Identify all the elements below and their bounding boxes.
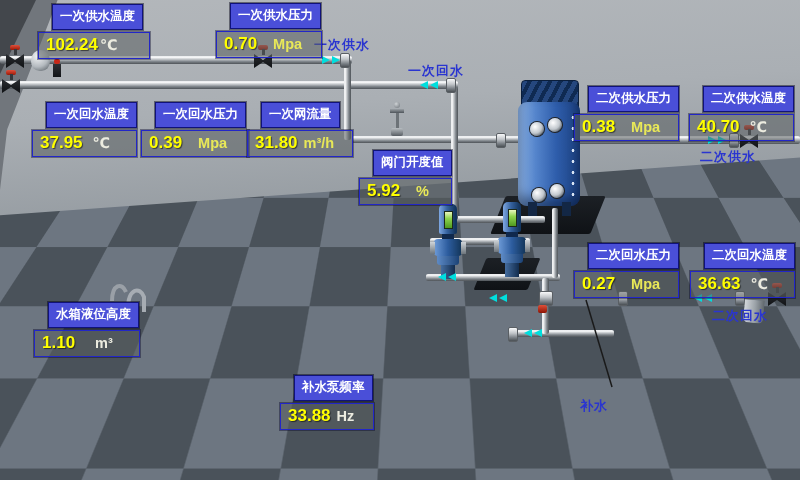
pump-body [498,237,526,254]
gauge-unit: Mpa [273,36,302,52]
plate-heat-exchanger[interactable] [518,80,582,220]
gauge-primary-supply-temp: 一次供水温度 102.24 ℃ [38,4,150,59]
gauge-value: 40.70 [697,117,740,137]
pipe-flange [508,327,518,342]
heat-exchanger-port [550,184,564,198]
gauge-value: 31.80 [255,133,298,153]
pipe-label-secondary-supply: 二次供水 [700,148,756,166]
manual-valve[interactable] [6,45,24,68]
gauge-value-box: 0.70 Mpa [216,31,322,58]
flow-arrow-icon [420,81,428,89]
pipe-riser [146,332,153,424]
pipe-riser [451,87,458,220]
gauge-value: 37.95 [40,133,83,153]
gauge-value-box: 0.27 Mpa [574,271,679,298]
gauge-primary-flow: 一次网流量 31.80 m³/h [247,102,353,157]
pump-indicator [508,209,517,227]
gauge-secondary-supply-pressure: 二次供水压力 0.38 Mpa [574,86,679,141]
gauge-label: 二次回水温度 [704,243,795,269]
valve-body [6,54,24,68]
valve-stem [10,74,13,80]
pump-cone [196,424,221,434]
pipe-primary-return [0,81,458,89]
flow-arrow-icon [430,81,438,89]
circulation-pump-1[interactable] [430,204,466,282]
gauge-value-box: 33.88 Hz [280,403,374,430]
makeup-pump-2[interactable] [188,365,228,452]
gauge-label: 一次供水温度 [52,4,143,30]
gauge-label: 补水泵频率 [294,375,373,401]
gauge-primary-return-temp: 一次回水温度 37.95 ℃ [32,102,137,157]
makeup-pump-1[interactable] [228,318,264,396]
gauge-value-box: 0.38 Mpa [574,114,679,141]
small-red-valve[interactable] [538,305,547,313]
pump-cone [501,254,523,263]
gauge-secondary-supply-temp: 二次供水温度 40.70 ℃ [689,86,794,141]
gauge-label: 一次回水压力 [155,102,246,128]
gauge-value: 5.92 [367,181,400,201]
pump-indicator [444,211,453,229]
gauge-label: 一次网流量 [261,102,340,128]
pump-cone [235,370,257,379]
gauge-primary-supply-pressure: 一次供水压力 0.70 Mpa [216,3,322,58]
gauge-unit: ℃ [100,37,118,53]
pump-flange [228,356,233,368]
gauge-unit: Mpa [198,135,227,151]
pump-cone [437,256,459,265]
heat-exchanger-leg [562,202,571,216]
pump-foot [239,379,253,393]
gauge-value-box: 40.70 ℃ [689,114,794,141]
pump-body [192,405,223,424]
gauge-value: 0.39 [149,133,182,153]
pump-foot [200,434,216,450]
gauge-makeup-pump-frequency: 补水泵频率 33.88 Hz [280,375,374,430]
pipe-label-makeup-water: 补水 [580,397,608,415]
gauge-unit: ℃ [93,135,111,151]
flow-arrow-icon [534,329,542,337]
control-valve-bonnet [391,128,403,136]
pipe-flange [446,78,456,93]
flow-arrow-icon [448,273,456,281]
gauge-unit: m³/h [304,135,335,151]
pipe-label-primary-supply: 一次供水 [314,36,370,54]
gauge-value-box: 37.95 ℃ [32,130,137,157]
gauge-unit: ℃ [751,276,769,292]
gauge-value: 36.63 [698,274,741,294]
gauge-unit: Mpa [631,119,660,135]
heat-exchanger-port [530,122,544,136]
flow-arrow-icon [524,329,532,337]
manual-valve[interactable] [2,70,20,93]
gauge-label: 二次供水压力 [588,86,679,112]
gauge-value-box: 36.63 ℃ [690,271,795,298]
gauge-label: 二次回水压力 [588,243,679,269]
pressure-tap-device [53,64,61,77]
gauge-value: 33.88 [288,406,331,426]
flow-arrow-icon [580,387,588,395]
heat-exchanger-port [548,118,562,132]
flow-arrow-icon [322,56,330,64]
pump-flange [494,240,499,252]
gauge-unit: ℃ [750,119,768,135]
gauge-value: 0.27 [582,274,615,294]
flow-arrow-icon [499,294,507,302]
pump-flange [461,242,466,254]
control-valve-top [394,102,400,108]
gauge-label: 水箱液位高度 [48,302,139,328]
pump-flange [188,408,194,421]
gauge-value: 102.24 [46,35,98,55]
gauge-label: 二次供水温度 [703,86,794,112]
gauge-value: 1.10 [42,333,75,353]
gauge-primary-return-pressure: 一次回水压力 0.39 Mpa [141,102,249,157]
gauge-unit: m³ [95,335,113,351]
control-valve[interactable] [389,102,405,136]
circulation-pump-2[interactable] [494,202,530,280]
pump-flange [430,242,435,254]
gauge-label: 阀门开度值 [373,150,452,176]
pump-body [434,239,462,256]
gauge-unit: % [416,183,429,199]
valve-stem [14,49,17,55]
gauge-value-box: 31.80 m³/h [247,130,353,157]
gauge-value-box: 0.39 Mpa [141,130,249,157]
gauge-secondary-return-temp: 二次回水温度 36.63 ℃ [690,243,795,298]
gauge-valve-opening: 阀门开度值 5.92 % [359,150,452,205]
